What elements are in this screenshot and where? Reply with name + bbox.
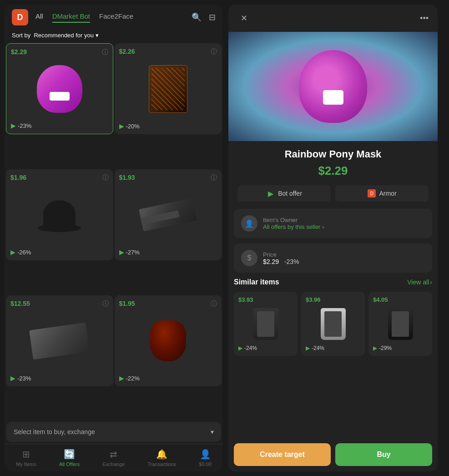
item-card[interactable]: $1.96 ⓘ ▶ -26% [6,169,113,260]
item-detail-price: $2.29 [228,162,438,185]
item-image [119,181,217,248]
right-panel: ✕ ••• Rainbow Pony Mask $2.29 ▶ Bot offe… [228,5,438,471]
info-icon[interactable]: ⓘ [102,300,109,308]
owner-avatar: 👤 [241,215,257,232]
tab-all[interactable]: All [35,12,43,23]
tab-face2face[interactable]: Face2Face [99,12,133,23]
mask-image [37,65,82,113]
bottom-info: ▶ -20% [119,122,217,130]
create-target-button[interactable]: Create target [234,443,331,466]
buy-button[interactable]: Buy [335,443,432,466]
bot-offer-label: Bot offer [278,190,302,197]
similar-image [306,306,360,342]
dmarket-arrow-icon: ▶ [11,122,16,129]
item-image [119,55,217,122]
info-icon[interactable]: ⓘ [211,300,217,308]
sort-value[interactable]: Recommended for you [34,32,94,39]
chevron-down-icon: ▾ [211,428,214,435]
item-card[interactable]: $2.26 ⓘ ▶ -20% [115,43,222,134]
similar-title: Similar items [234,278,279,286]
arrow-icon: ▶ [373,345,377,351]
item-card[interactable]: $1.93 ⓘ ▶ -27% [115,169,222,260]
nav-label: My Items [16,461,36,467]
nav-label: All Offers [59,461,80,467]
item-price: $2.29 [11,48,108,56]
close-button[interactable]: ✕ [237,12,250,25]
exchange-icon: ⇄ [110,449,117,460]
smg-image [29,322,90,360]
dmarket-arrow-icon: ▶ [10,248,15,256]
item-card[interactable]: $2.29 ⓘ ▶ -23% [6,43,113,134]
dmarket-arrow-icon: ▶ [119,248,124,256]
item-image [10,307,109,375]
tabs: All DMarket Bot Face2Face [35,12,188,23]
price-icon: $ [241,250,257,266]
offers-icon: 🔄 [64,449,75,460]
chevron-right-icon: › [322,223,324,230]
similar-item-card[interactable]: $3.96 ▶ -24% [301,292,365,356]
bag-image [150,320,186,361]
arrow-icon: ▶ [238,345,242,351]
view-all-link[interactable]: View all › [407,279,432,286]
more-button[interactable]: ••• [420,14,429,23]
item-card[interactable]: $12.55 ⓘ ▶ -23% [6,295,113,386]
price-amount: $2.29 [263,258,279,265]
top-bar: D All DMarket Bot Face2Face 🔍 ⊟ [5,5,223,30]
nav-all-offers[interactable]: 🔄 All Offers [59,449,80,467]
vest-black-image [388,308,413,340]
similar-discount: ▶ -29% [373,345,428,351]
item-discount: -20% [126,123,140,130]
hat-image [38,198,81,232]
similar-price: $4.05 [373,296,428,303]
owner-section: 👤 Item's Owner All offers by this seller… [234,209,432,238]
item-discount: -22% [126,375,140,382]
item-image [10,181,109,248]
sort-bar: Sort by Recommended for you ▾ [5,30,223,43]
price-discount: -23% [284,258,299,265]
similar-item-card[interactable]: $3.93 ▶ -24% [234,292,298,356]
dmarket-arrow-icon: ▶ [10,375,15,382]
top-icons: 🔍 ⊟ [192,12,216,22]
info-icon[interactable]: ⓘ [211,174,217,182]
similar-discount: ▶ -24% [306,345,360,351]
search-icon[interactable]: 🔍 [192,12,202,22]
info-icon[interactable]: ⓘ [102,48,108,56]
item-discount: -27% [126,249,140,256]
bell-icon: 🔔 [156,449,167,460]
bottom-info: ▶ -22% [119,375,217,382]
select-bar[interactable]: Select item to buy, exchange ▾ [6,422,221,442]
bottom-info: ▶ -23% [10,375,109,382]
bottom-info: ▶ -23% [11,122,108,129]
info-icon[interactable]: ⓘ [102,174,109,182]
info-icon[interactable]: ⓘ [211,48,217,56]
nav-transactions[interactable]: 🔔 Transactions [147,449,176,467]
bottom-info: ▶ -27% [119,248,217,256]
nav-label: Exchange [102,461,125,467]
tab-dmarket-bot[interactable]: DMarket Bot [52,12,90,23]
vest-white-image [321,308,346,340]
item-price: $1.93 [119,174,217,181]
armor-icon: D [367,189,376,198]
price-values: $2.29 -23% [263,258,299,265]
owner-row: 👤 Item's Owner All offers by this seller… [241,215,425,232]
nav-balance[interactable]: 👤 $0.00 [199,449,212,467]
item-card[interactable]: $1.95 ⓘ ▶ -22% [115,295,222,386]
owner-all-offers-link[interactable]: All offers by this seller › [263,223,324,230]
filter-icon[interactable]: ⊟ [209,12,216,22]
dmarket-arrow-icon: ▶ [119,375,124,382]
item-price: $12.55 [10,300,109,307]
similar-item-card[interactable]: $4.05 ▶ -29% [368,292,432,356]
item-price: $2.26 [119,48,217,55]
item-discount: -23% [17,375,31,382]
nav-my-items[interactable]: ⊞ My Items [16,449,36,467]
bot-offer-tag: ▶ Bot offer [237,185,331,202]
owner-label: Item's Owner [263,217,324,223]
user-icon: 👤 [200,449,211,460]
price-content: Price $2.29 -23% [263,251,299,265]
bottom-nav: ⊞ My Items 🔄 All Offers ⇄ Exchange 🔔 Tra… [5,444,223,471]
similar-header: Similar items View all › [234,278,432,286]
item-discount: -26% [17,249,31,256]
tags-row: ▶ Bot offer D Armor [228,185,438,209]
nav-exchange[interactable]: ⇄ Exchange [102,449,125,467]
similar-image [373,306,428,342]
